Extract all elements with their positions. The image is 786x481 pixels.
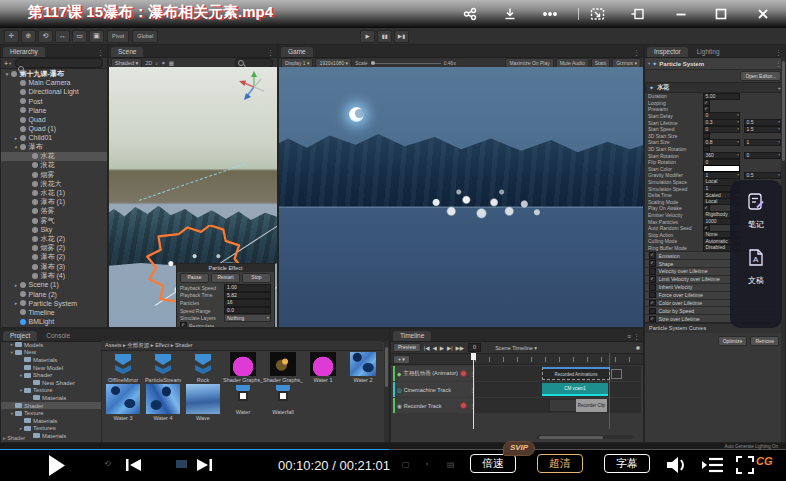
hierarchy-item[interactable]: ▾ 第十九课-瀑布 — [1, 69, 107, 78]
particle-panel-value[interactable]: 5.82 — [224, 292, 271, 300]
maximize-icon[interactable] — [712, 6, 730, 22]
project-scrollbar[interactable] — [384, 341, 389, 442]
timeline-play-icon[interactable]: ▶ — [440, 345, 444, 351]
folder-item[interactable]: ▾ Texture — [1, 387, 101, 395]
subtitle-button[interactable]: 字幕 — [604, 454, 650, 473]
global-toggle[interactable]: Global — [132, 30, 158, 43]
particle-panel-value[interactable]: 1.00 — [224, 284, 271, 292]
value-field[interactable]: 0 — [744, 152, 781, 159]
fullscreen-icon[interactable] — [735, 455, 755, 475]
hierarchy-item[interactable]: Post — [1, 97, 107, 106]
hierarchy-item[interactable]: 瀑布 (4) — [1, 271, 107, 280]
checkbox-icon[interactable] — [649, 260, 656, 267]
open-editor-button[interactable]: Open Editor... — [740, 71, 781, 81]
record-icon[interactable] — [460, 370, 467, 377]
particle-panel-value[interactable]: 16 — [224, 299, 271, 307]
hierarchy-item[interactable]: 浪花大 — [1, 179, 107, 188]
tab-hierarchy[interactable]: Hierarchy — [3, 47, 45, 57]
restart-button[interactable]: Restart — [211, 273, 240, 283]
close-icon[interactable] — [754, 6, 772, 22]
loop-icon[interactable]: ⟲ — [104, 459, 111, 468]
hierarchy-item[interactable]: Sky — [1, 225, 107, 234]
value-field[interactable]: 0 — [703, 126, 740, 133]
hierarchy-item[interactable]: ▾ 瀑布 — [1, 143, 107, 152]
checkbox-icon[interactable] — [649, 252, 656, 259]
hierarchy-menu-icon[interactable]: ⋮ — [97, 49, 107, 57]
value-field[interactable]: 1 — [744, 139, 781, 146]
folder-item[interactable]: Shader — [1, 402, 101, 410]
timeline-clip[interactable]: Recorder Clip — [576, 399, 607, 412]
hierarchy-item[interactable]: BMLight — [1, 317, 107, 326]
breadcrumb[interactable]: Assets ▸ 全部资源 ▸ Effect ▸ Shader — [101, 341, 383, 351]
folder-item[interactable]: ▾ New — [1, 349, 101, 357]
checkbox-icon[interactable] — [649, 292, 656, 299]
transcript-button[interactable]: A 文稿 — [730, 248, 782, 286]
timeline-selector-dropdown[interactable]: Scene Timeline ▾ — [495, 345, 537, 351]
hierarchy-item[interactable]: ▸ Particle System — [1, 299, 107, 308]
tab-console[interactable]: Console — [39, 331, 77, 341]
folder-item[interactable]: Materials — [1, 417, 101, 425]
hierarchy-item[interactable]: 水花 — [1, 152, 107, 161]
tab-game[interactable]: Game — [281, 47, 313, 57]
hierarchy-item[interactable]: Quad — [1, 115, 107, 124]
mini-clock-icon[interactable]: ◔ — [424, 460, 429, 469]
unity-tool-icon[interactable]: ▭ — [72, 30, 87, 43]
mini-list-icon[interactable]: ▤ — [447, 460, 455, 469]
inspector-row[interactable]: Looping — [645, 100, 785, 107]
unity-tool-icon[interactable]: ✛ — [4, 30, 19, 43]
asset-thumbnail[interactable] — [350, 352, 376, 376]
tab-lighting[interactable]: Lighting — [690, 47, 727, 57]
hierarchy-item[interactable]: Directional Light — [1, 87, 107, 96]
folder-item[interactable]: ▾ Texture — [1, 409, 101, 417]
timeline-clip[interactable]: Recorded Animations — [542, 367, 610, 380]
hierarchy-item[interactable]: Quad (1) — [1, 124, 107, 133]
hierarchy-item[interactable]: ▸ Child01 — [1, 133, 107, 142]
scene-axis-gizmo[interactable]: Persp — [237, 70, 271, 106]
playhead-line[interactable] — [473, 353, 474, 429]
scene-fx-icon[interactable]: ✦ — [161, 60, 166, 66]
optimize-button[interactable]: Optimize — [718, 336, 748, 346]
hierarchy-item[interactable]: 瀑布 (1) — [1, 198, 107, 207]
2d-toggle[interactable]: 2D — [145, 60, 152, 66]
asset-thumbnail[interactable] — [110, 352, 136, 376]
timeline-ruler[interactable] — [475, 357, 643, 362]
folder-item[interactable]: New Shader — [1, 379, 101, 387]
hierarchy-item[interactable]: 瀑布 (2) — [1, 253, 107, 262]
asset-thumbnail[interactable] — [106, 384, 140, 414]
asset-item[interactable]: Water 2 — [343, 351, 382, 383]
asset-item[interactable]: Waterfall — [263, 383, 303, 421]
asset-item[interactable]: Rock — [183, 351, 223, 383]
clip-thumbnail-icon[interactable] — [176, 460, 187, 468]
unity-tool-icon[interactable]: ⊕ — [21, 30, 36, 43]
quality-button[interactable]: 超清 — [537, 454, 583, 473]
asset-thumbnail[interactable] — [310, 352, 336, 376]
asset-thumbnail[interactable] — [270, 384, 296, 408]
timeline-lane[interactable]: Recorder Clip — [475, 398, 641, 413]
timeline-clip[interactable] — [549, 399, 578, 412]
hierarchy-search-input[interactable] — [15, 58, 103, 68]
checkbox-icon[interactable] — [703, 100, 710, 107]
prev-frame-icon[interactable]: ◀ — [432, 345, 436, 351]
game-viewport[interactable] — [279, 67, 643, 327]
foldout-arrow-icon[interactable]: ▾ — [648, 61, 650, 66]
timeline-hscrollbar[interactable] — [537, 435, 633, 439]
checkbox-icon[interactable] — [180, 322, 187, 327]
step-mode-button[interactable]: ▶▮ — [394, 30, 409, 43]
volume-icon[interactable] — [666, 455, 690, 475]
hierarchy-item[interactable]: 瀑布 (3) — [1, 262, 107, 271]
expand-arrow-icon[interactable]: ▾ — [12, 144, 20, 150]
minimize-icon[interactable] — [672, 6, 690, 22]
hierarchy-item[interactable]: 水花 (2) — [1, 234, 107, 243]
next-video-button[interactable] — [196, 458, 212, 472]
timeline-clip[interactable]: CM vcam1 — [542, 383, 608, 396]
asset-thumbnail[interactable] — [186, 384, 220, 414]
hierarchy-item[interactable]: Main Camera — [1, 78, 107, 87]
hierarchy-item[interactable]: Timeline — [1, 308, 107, 317]
mini-grid-icon[interactable]: ▢ — [402, 460, 410, 469]
asset-thumbnail[interactable] — [230, 352, 256, 376]
hierarchy-item[interactable]: Plane (2) — [1, 290, 107, 299]
hierarchy-item[interactable]: ▸ Scene (1) — [1, 280, 107, 289]
particle-panel-checkbox[interactable]: Resimulate — [177, 322, 274, 327]
prev-video-button[interactable] — [126, 458, 142, 472]
asset-thumbnail[interactable] — [190, 352, 216, 376]
